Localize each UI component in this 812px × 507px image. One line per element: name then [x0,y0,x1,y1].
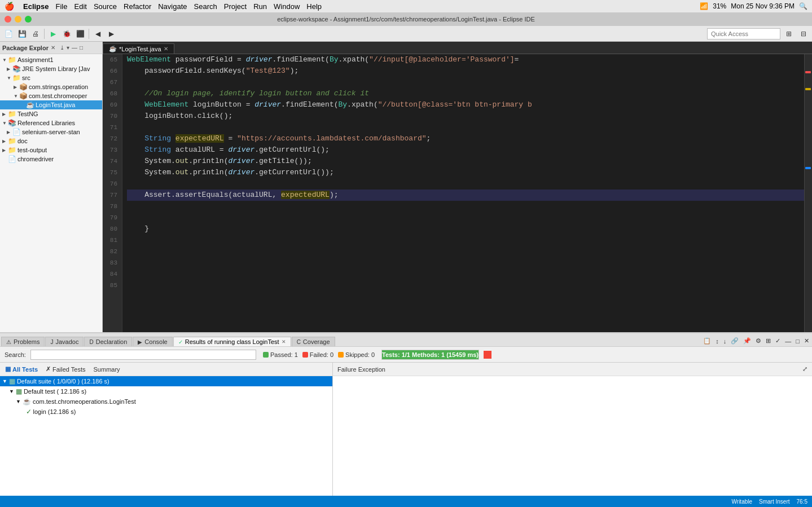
tab-testng-results[interactable]: ✓ Results of running class LoginTest ✕ [173,337,291,346]
menu-file[interactable]: File [56,2,68,11]
class-icon: ☕ [23,398,31,405]
menu-source[interactable]: Source [94,2,117,11]
close-button[interactable] [5,16,11,23]
ln-79: 79 [103,212,120,223]
package-icon: 📦 [19,92,28,100]
code-line-79: } [127,223,804,235]
java-icon: ☕ [109,45,117,52]
test-item-logintest-class[interactable]: ▼ ☕ com.test.chromeoperations.LoginTest [0,396,332,407]
quick-access-input[interactable] [707,28,780,39]
failed-tests-label: Failed Tests [52,366,86,373]
tree-item-testng[interactable]: ▶ 📁 TestNG [0,109,102,118]
all-tests-button[interactable]: ▦ All Tests [2,364,41,374]
menu-refactor[interactable]: Refactor [124,2,151,11]
tree-item-doc[interactable]: ▶ 📁 doc [0,136,102,146]
tab-console-label: Console [144,338,167,345]
failed-tests-button[interactable]: ✗ Failed Tests [43,364,89,374]
editor-scrollbar-area: 65 66 67 68 69 70 71 72 73 74 75 76 77 [103,54,812,332]
collapse-all-icon[interactable]: ⤓ [60,45,64,51]
passed-badge: Passed: 1 [263,351,298,358]
maximize-button[interactable] [25,16,32,23]
check-icon[interactable]: ✓ [774,337,782,345]
menu-help[interactable]: Help [306,2,322,11]
stop-button[interactable] [484,351,491,359]
minimize-panel-icon[interactable]: — [783,337,793,345]
tab-console[interactable]: ▶ Console [133,337,172,346]
tab-declaration[interactable]: D Declaration [84,337,132,346]
view-btn[interactable]: ⊟ [797,28,810,40]
tree-item-jre[interactable]: ▶ 📚 JRE System Library [Jav [0,64,102,73]
tree-item-assignment1[interactable]: ▼ 📁 Assignment1 [0,55,102,64]
toolbar-print[interactable]: 🖨 [29,28,42,40]
close-panel-icon[interactable]: ✕ [802,337,811,345]
menu-window[interactable]: Window [274,2,300,11]
minimize-button[interactable] [15,16,21,23]
tree-item-chromedriver[interactable]: 📄 chromedriver [0,155,102,164]
scroll-down-icon[interactable]: ↓ [722,337,728,345]
tab-javadoc[interactable]: J Javadoc [45,337,84,346]
tab-coverage[interactable]: C Coverage [292,337,335,346]
maximize-panel-icon[interactable]: □ [794,337,801,345]
editor-tab-bar: ☕ *LoginTest.java ✕ [103,42,812,54]
toolbar-save[interactable]: 💾 [16,28,28,40]
tree-item-src[interactable]: ▼ 📁 src [0,73,102,82]
tab-close-icon[interactable]: ✕ [282,339,286,345]
code-line-75 [127,178,804,189]
tab-close-icon[interactable]: ✕ [164,46,168,52]
toolbar-back[interactable]: ◀ [91,28,104,40]
menu-run[interactable]: Run [253,2,267,11]
coverage-icon: C [297,339,301,345]
maximize-panel-icon[interactable]: □ [80,45,83,51]
tree-item-chromeoper[interactable]: ▼ 📦 com.test.chromeoper [0,91,102,100]
pin-icon[interactable]: 📌 [741,337,753,345]
tree-item-strings[interactable]: ▶ 📦 com.strings.operation [0,82,102,91]
progress-bar-fill: Tests: 1/1 Methods: 1 (15459 ms) [382,350,479,359]
toolbar-run[interactable]: ▶ [47,28,59,40]
perspective-btn[interactable]: ⊞ [783,28,795,40]
sidebar-tab-close[interactable]: ✕ [51,45,55,51]
arrow-icon: ▼ [14,94,18,99]
menu-edit[interactable]: Edit [74,2,86,11]
menu-project[interactable]: Project [224,2,247,11]
toolbar-debug[interactable]: 🐞 [60,28,73,40]
summary-button[interactable]: Summary [91,365,123,374]
search-icon[interactable]: 🔍 [799,2,807,10]
expand-icon[interactable]: ⊞ [764,337,773,345]
settings-icon[interactable]: ⚙ [754,337,763,345]
menu-icon[interactable]: ▾ [67,45,69,51]
menu-search[interactable]: Search [194,2,217,11]
ln-85: 85 [103,280,120,291]
code-editor[interactable]: 65 66 67 68 69 70 71 72 73 74 75 76 77 [103,54,804,332]
code-line-72: String actualURL = driver.getCurrentUrl(… [127,144,804,156]
minimize-panel-icon[interactable]: — [72,45,77,51]
toolbar-new[interactable]: 📄 [2,28,15,40]
code-content[interactable]: WebElement passwordField = driver.findEl… [122,54,804,332]
testng-icon: ✓ [178,339,183,345]
toolbar-forward[interactable]: ▶ [105,28,117,40]
test-item-default-suite[interactable]: ▼ ▦ Default suite ( 1/0/0/0 ) (12.186 s) [0,376,332,386]
tree-item-test-output[interactable]: ▶ 📁 test-output [0,146,102,155]
apple-menu[interactable]: 🍎 [5,2,14,11]
tab-problems[interactable]: ⚠ Problems [1,337,45,346]
toolbar-stop[interactable]: ⬛ [74,28,86,40]
menu-eclipse[interactable]: Eclipse [23,2,49,11]
tree-item-selenium[interactable]: ▶ 📄 selenium-server-stan [0,127,102,136]
editor-tab-logintest[interactable]: ☕ *LoginTest.java ✕ [103,43,174,54]
test-icon: ▦ [16,387,22,395]
test-item-login-method[interactable]: ✓ login (12.186 s) [0,407,332,417]
ln-66: 66 [103,65,120,77]
test-item-label: com.test.chromeoperations.LoginTest [33,398,136,405]
failure-content [333,376,812,496]
test-item-default-test[interactable]: ▼ ▦ Default test ( 12.186 s) [0,386,332,396]
search-input[interactable] [30,350,256,360]
scroll-lock-icon[interactable]: ↕ [714,337,721,345]
title-bar: eclipse-workspace - Assignment1/src/com/… [0,12,812,26]
ln-74: 74 [103,156,120,167]
expand-failure-icon[interactable]: ⤢ [802,365,807,373]
menu-navigate[interactable]: Navigate [158,2,187,11]
link-icon[interactable]: 🔗 [729,337,740,345]
tree-item-ref-lib[interactable]: ▼ 📚 Referenced Libraries [0,118,102,127]
tree-item-logintest[interactable]: ☕ LoginTest.java [0,100,102,109]
ln-84: 84 [103,268,120,280]
new-console-icon[interactable]: 📋 [701,337,713,345]
